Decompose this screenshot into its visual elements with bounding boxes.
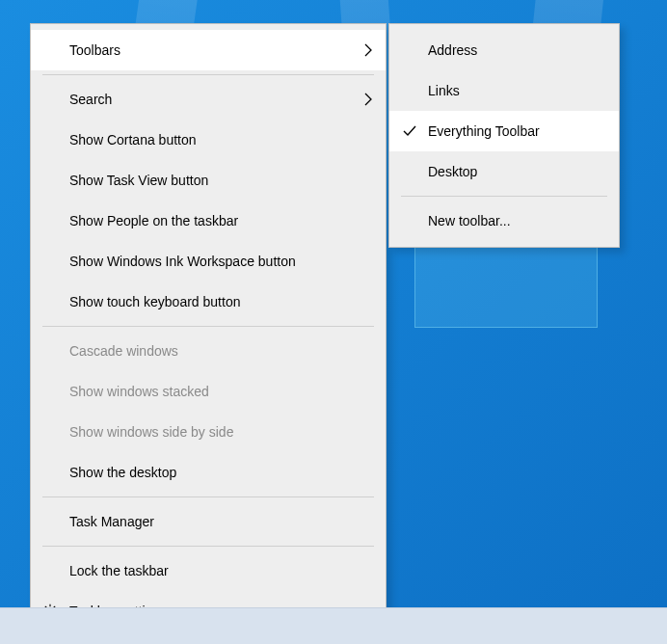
menu-item-show-the-desktop[interactable]: Show the desktop — [31, 452, 386, 493]
menu-separator — [401, 196, 607, 197]
menu-item-label: New toolbar... — [428, 213, 511, 228]
menu-item-label: Address — [428, 42, 477, 58]
submenu-item-desktop[interactable]: Desktop — [389, 151, 619, 192]
menu-item-label: Lock the taskbar — [69, 563, 169, 578]
menu-item-label: Show People on the taskbar — [69, 213, 238, 228]
menu-separator — [42, 74, 374, 75]
menu-item-label: Links — [428, 83, 460, 98]
menu-item-show-windows-side-by-side: Show windows side by side — [31, 412, 386, 452]
taskbar-context-menu: Toolbars Search Show Cortana button Show… — [30, 23, 387, 638]
menu-item-label: Show Windows Ink Workspace button — [69, 254, 296, 269]
menu-item-label: Show the desktop — [69, 465, 176, 480]
menu-separator — [42, 496, 374, 497]
menu-item-search[interactable]: Search — [31, 79, 386, 120]
submenu-item-new-toolbar[interactable]: New toolbar... — [389, 201, 619, 241]
menu-item-label: Task Manager — [69, 514, 154, 529]
menu-item-label: Search — [69, 92, 112, 107]
menu-item-lock-the-taskbar[interactable]: Lock the taskbar — [31, 550, 386, 591]
menu-item-label: Cascade windows — [69, 343, 178, 359]
toolbars-submenu: Address Links Everything Toolbar Desktop… — [388, 23, 620, 248]
menu-item-cascade-windows: Cascade windows — [31, 331, 386, 371]
menu-item-show-windows-ink-workspace-button[interactable]: Show Windows Ink Workspace button — [31, 241, 386, 282]
menu-item-label: Show windows side by side — [69, 424, 233, 440]
menu-item-toolbars[interactable]: Toolbars — [31, 30, 386, 70]
menu-separator — [42, 546, 374, 547]
submenu-item-everything-toolbar[interactable]: Everything Toolbar — [389, 111, 619, 151]
menu-item-label: Toolbars — [69, 42, 120, 58]
chevron-right-icon — [364, 93, 372, 106]
taskbar[interactable] — [0, 607, 667, 644]
menu-item-task-manager[interactable]: Task Manager — [31, 501, 386, 542]
menu-item-show-task-view-button[interactable]: Show Task View button — [31, 160, 386, 201]
menu-separator — [42, 326, 374, 327]
check-icon — [403, 124, 416, 138]
menu-item-label: Show Task View button — [69, 173, 208, 188]
menu-item-label: Desktop — [428, 164, 477, 179]
submenu-item-links[interactable]: Links — [389, 70, 619, 111]
menu-item-label: Show Cortana button — [69, 132, 197, 148]
menu-item-show-touch-keyboard-button[interactable]: Show touch keyboard button — [31, 282, 386, 322]
menu-item-label: Show touch keyboard button — [69, 294, 240, 309]
menu-item-show-cortana-button[interactable]: Show Cortana button — [31, 120, 386, 160]
menu-item-label: Everything Toolbar — [428, 123, 540, 139]
menu-item-label: Show windows stacked — [69, 384, 209, 399]
submenu-item-address[interactable]: Address — [389, 30, 619, 70]
menu-item-show-people-on-taskbar[interactable]: Show People on the taskbar — [31, 201, 386, 241]
chevron-right-icon — [364, 43, 372, 57]
menu-item-show-windows-stacked: Show windows stacked — [31, 371, 386, 412]
